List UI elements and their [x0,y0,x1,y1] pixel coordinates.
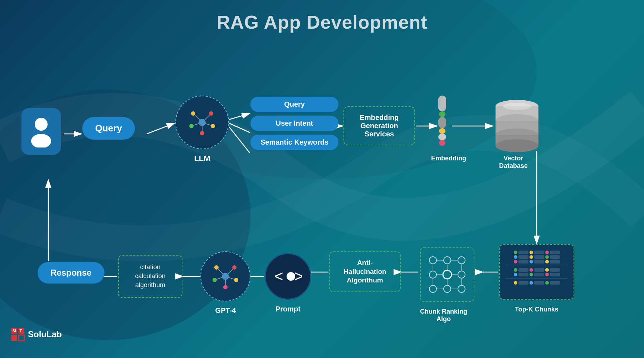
llm-node [175,96,229,149]
svg-text:<: < [274,268,283,285]
prompt-label: Prompt [268,305,308,313]
svg-point-39 [496,139,538,152]
response-bubble: Response [38,262,104,284]
vector-db-icon [494,96,540,153]
svg-text:SL: SL [13,329,17,333]
svg-point-49 [213,278,217,282]
svg-line-7 [229,123,250,132]
gpt4-network-icon [209,260,241,292]
svg-point-31 [211,124,215,128]
prompt-circle: < > [265,253,311,300]
topk-label: Top-K Chunks [504,306,569,313]
svg-text:T: T [20,329,22,333]
logo-icon: SL T [11,327,25,342]
svg-point-59 [429,271,436,278]
svg-point-63 [444,285,451,292]
output-boxes: Query User Intent Semantic Keywords [250,97,338,150]
svg-line-5 [147,123,175,134]
svg-point-60 [443,270,452,279]
svg-rect-55 [420,248,474,301]
svg-point-27 [199,119,206,126]
svg-point-28 [191,111,195,116]
arrows-layer [0,40,644,348]
svg-point-48 [232,265,236,270]
citation-box: citation calculation algorithum [118,255,182,298]
svg-point-30 [189,124,194,128]
embedding-label: Embedding [431,155,463,162]
svg-line-8 [229,127,250,153]
chunk-label: Chunk Ranking Algo [413,308,474,323]
prompt-node: < > [265,253,311,300]
vector-db-label: Vector Database [490,155,537,170]
output-intent: User Intent [250,116,338,131]
svg-point-29 [209,111,213,116]
embedding-column [438,96,446,146]
svg-point-51 [223,285,228,289]
topk-box [499,244,574,300]
llm-network-icon [186,106,218,139]
svg-point-20 [35,118,48,131]
logo-text: SoluLab [28,329,62,339]
response-label: Response [50,268,92,277]
svg-line-6 [229,113,250,120]
output-query: Query [250,97,338,112]
svg-point-56 [429,257,436,264]
gpt4-circle [200,251,250,301]
svg-point-47 [214,265,219,270]
main-content: RAG App Development [0,0,644,358]
svg-point-64 [458,285,465,292]
svg-point-57 [444,257,451,264]
chunk-node [419,246,476,305]
svg-point-50 [234,278,238,282]
svg-rect-80 [11,335,17,341]
embedding-gen-box: Embedding Generation Services [343,106,415,145]
chunk-icon [419,246,476,303]
query-bubble: Query [82,117,135,140]
logo: SL T SoluLab [11,327,62,342]
svg-point-62 [429,285,436,292]
gpt4-label: GPT-4 [201,306,250,315]
svg-point-53 [287,272,295,281]
anti-hall-box: Anti-Hallucination Algorithum [329,251,401,292]
svg-point-46 [222,273,229,280]
diagram: Query [0,40,644,348]
svg-point-58 [458,257,465,264]
user-icon [29,115,54,147]
llm-label: LLM [175,154,229,163]
user-box [21,108,61,155]
svg-point-61 [458,271,465,278]
output-keywords: Semantic Keywords [250,135,338,150]
svg-point-32 [200,131,204,135]
gpt4-node [200,251,250,301]
page-title: RAG App Development [0,0,644,33]
svg-text:>: > [294,268,302,285]
svg-rect-81 [19,335,24,341]
svg-point-21 [31,134,51,147]
prompt-icon: < > [274,266,302,287]
vector-db [494,96,540,154]
llm-circle [175,96,229,149]
svg-point-40 [503,103,531,110]
query-label: Query [95,123,122,134]
